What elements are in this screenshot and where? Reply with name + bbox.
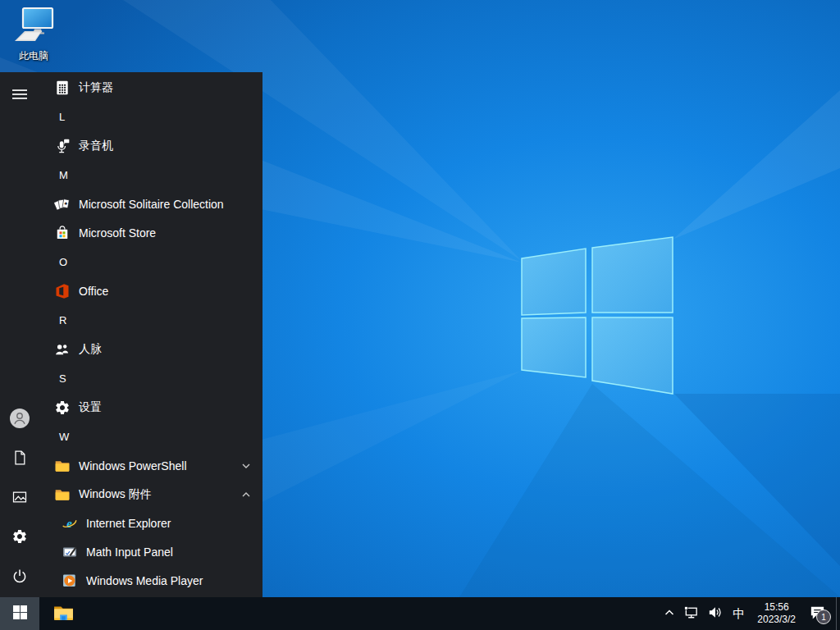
- rail-power-button[interactable]: [0, 557, 39, 596]
- app-list-section-L[interactable]: L: [39, 102, 262, 131]
- this-pc-icon: [12, 7, 55, 48]
- windows-logo-icon: [13, 605, 27, 622]
- app-item-office[interactable]: Office: [39, 276, 262, 305]
- app-list-section-M[interactable]: M: [39, 160, 262, 189]
- folder-item-windows-附件[interactable]: Windows 附件: [39, 480, 262, 509]
- gear-icon: [11, 528, 28, 547]
- app-label: Microsoft Store: [79, 226, 156, 240]
- folder-icon: [52, 456, 72, 476]
- section-letter: S: [59, 372, 66, 385]
- clock-time: 15:56: [757, 601, 796, 614]
- app-label: 录音机: [79, 139, 113, 153]
- app-list-section-R[interactable]: R: [39, 305, 262, 335]
- section-letter: M: [59, 169, 68, 181]
- chevron-up-icon: [664, 607, 675, 621]
- document-icon: [11, 450, 28, 468]
- start-button[interactable]: [0, 597, 39, 630]
- user-icon: [9, 408, 30, 431]
- app-item-windows-media-player[interactable]: Windows Media Player: [39, 566, 262, 595]
- svg-text:e: e: [66, 516, 72, 529]
- app-label: 计算器: [79, 80, 113, 95]
- people-icon: [52, 340, 72, 359]
- app-label: Windows Media Player: [86, 574, 203, 587]
- app-label: Windows PowerShell: [79, 459, 187, 472]
- network-button[interactable]: [679, 597, 703, 630]
- app-label: Windows 附件: [79, 487, 152, 502]
- network-icon: [683, 605, 699, 623]
- svg-text:♠: ♠: [64, 200, 67, 206]
- media-player-icon: [60, 571, 80, 591]
- pictures-icon: [11, 489, 28, 508]
- system-tray: 中 15:56 2023/3/2 1: [660, 597, 840, 630]
- app-list-section-W[interactable]: W: [39, 422, 262, 451]
- app-label: 设置: [79, 400, 102, 415]
- chevron-up-icon: [241, 490, 251, 500]
- taskbar: 中 15:56 2023/3/2 1: [0, 597, 840, 630]
- gear-icon: [52, 398, 72, 418]
- solitaire-icon: ♠: [52, 194, 72, 214]
- start-menu-rail: [0, 72, 39, 597]
- action-center-button[interactable]: 1: [802, 597, 836, 630]
- app-item-录音机[interactable]: 录音机: [39, 131, 262, 160]
- taskbar-file-explorer-button[interactable]: [44, 597, 82, 630]
- this-pc-label: 此电脑: [19, 49, 48, 63]
- app-item-人脉[interactable]: 人脉: [39, 335, 262, 363]
- app-list-section-O[interactable]: O: [39, 247, 262, 276]
- app-item-设置[interactable]: 设置: [39, 393, 262, 422]
- store-icon: [52, 223, 72, 243]
- section-letter: O: [59, 256, 67, 268]
- app-item-计算器[interactable]: 计算器: [39, 73, 262, 102]
- section-letter: R: [59, 314, 66, 326]
- tray-chevron-up-button[interactable]: [660, 597, 679, 630]
- voice-recorder-icon: [52, 136, 72, 156]
- power-icon: [11, 568, 28, 587]
- app-item-math-input-panel[interactable]: Math Input Panel: [39, 537, 262, 566]
- rail-documents-button[interactable]: [0, 439, 39, 478]
- chevron-down-icon: [241, 461, 251, 471]
- taskbar-clock[interactable]: 15:56 2023/3/2: [751, 601, 802, 626]
- rail-menu-button[interactable]: [0, 75, 39, 115]
- app-label: Math Input Panel: [86, 546, 173, 559]
- office-icon: [52, 281, 72, 301]
- rail-user-button[interactable]: [0, 399, 39, 439]
- app-item-microsoft-store[interactable]: Microsoft Store: [39, 218, 262, 247]
- file-explorer-icon: [52, 601, 75, 626]
- app-label: 人脉: [79, 342, 102, 357]
- folder-icon: [52, 485, 72, 504]
- app-list-section-S[interactable]: S: [39, 363, 262, 393]
- app-label: Internet Explorer: [86, 517, 171, 530]
- app-item-microsoft-solitaire-collection[interactable]: ♠Microsoft Solitaire Collection: [39, 189, 262, 218]
- math-input-icon: [60, 542, 80, 562]
- folder-item-windows-powershell[interactable]: Windows PowerShell: [39, 451, 262, 480]
- rail-pictures-button[interactable]: [0, 478, 39, 518]
- app-item-internet-explorer[interactable]: eInternet Explorer: [39, 509, 262, 537]
- app-label: Office: [79, 285, 108, 298]
- volume-icon: [707, 605, 723, 623]
- section-letter: L: [59, 111, 65, 123]
- section-letter: W: [59, 431, 69, 443]
- volume-button[interactable]: [703, 597, 727, 630]
- app-label: Microsoft Solitaire Collection: [79, 198, 224, 211]
- notification-badge: 1: [816, 609, 831, 624]
- ime-indicator[interactable]: 中: [727, 597, 751, 630]
- internet-explorer-icon: e: [60, 514, 80, 533]
- rail-settings-button[interactable]: [0, 518, 39, 557]
- hamburger-icon: [12, 87, 27, 104]
- start-menu: 计算器L录音机M♠Microsoft Solitaire CollectionM…: [0, 72, 262, 597]
- show-desktop-button[interactable]: [836, 597, 840, 630]
- start-menu-app-list: 计算器L录音机M♠Microsoft Solitaire CollectionM…: [39, 72, 262, 597]
- desktop-icon-this-pc[interactable]: 此电脑: [8, 7, 59, 63]
- clock-date: 2023/3/2: [757, 614, 796, 626]
- calculator-icon: [52, 78, 72, 98]
